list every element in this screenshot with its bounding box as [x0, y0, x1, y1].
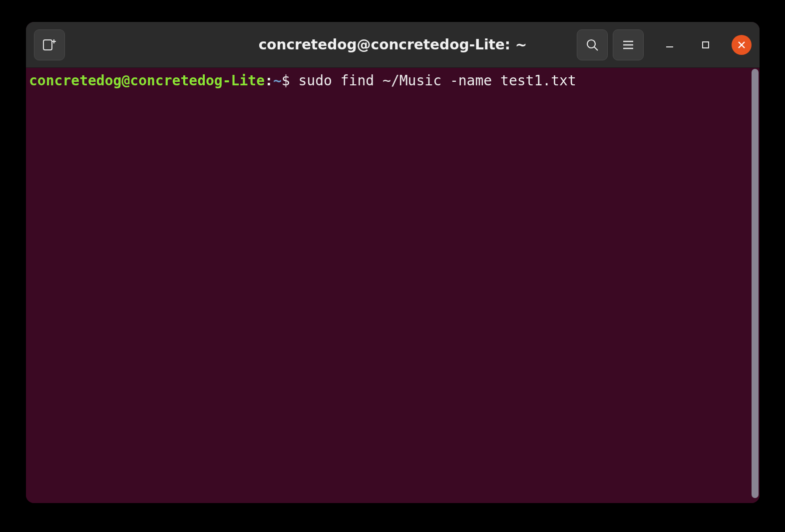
svg-rect-9 [703, 42, 709, 48]
titlebar: concretedog@concretedog-Lite: ~ [26, 22, 760, 68]
close-button[interactable] [732, 35, 752, 55]
scrollbar[interactable] [752, 69, 759, 498]
prompt-path: ~ [273, 72, 282, 89]
terminal-line: concretedog@concretedog-Lite:~$ sudo fin… [29, 72, 757, 90]
maximize-button[interactable] [696, 35, 716, 55]
maximize-icon [702, 41, 710, 49]
menu-button[interactable] [613, 29, 644, 60]
hamburger-icon [622, 38, 635, 51]
command-text: sudo find ~/Music -name test1.txt [298, 72, 576, 89]
new-tab-icon [42, 37, 57, 52]
search-icon [585, 38, 599, 52]
terminal-window: concretedog@concretedog-Lite: ~ [26, 22, 760, 503]
svg-line-4 [594, 47, 598, 50]
search-button[interactable] [577, 29, 608, 60]
terminal-area[interactable]: concretedog@concretedog-Lite:~$ sudo fin… [26, 68, 760, 503]
prompt-symbol: $ [282, 72, 299, 89]
close-icon [738, 41, 746, 49]
svg-rect-0 [43, 40, 52, 50]
new-tab-button[interactable] [34, 29, 65, 60]
minimize-button[interactable] [660, 35, 680, 55]
prompt-user-host: concretedog@concretedog-Lite [29, 72, 265, 89]
titlebar-right-group [577, 29, 752, 60]
prompt-separator: : [265, 72, 273, 89]
svg-point-3 [587, 40, 595, 48]
minimize-icon [665, 40, 674, 49]
